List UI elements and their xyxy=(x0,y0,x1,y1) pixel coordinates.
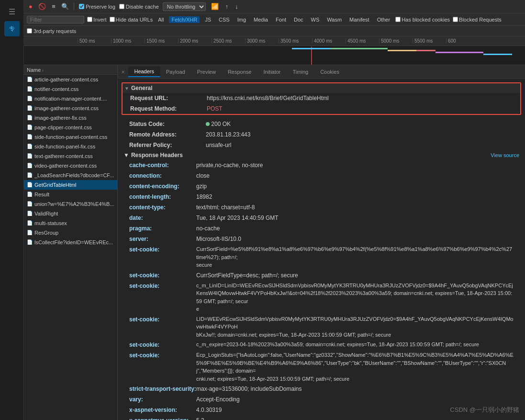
referrer-policy-key: Referrer Policy: xyxy=(129,141,206,149)
file-item-12[interactable]: 📄 Result xyxy=(24,190,117,199)
general-section-header[interactable]: ▼ General xyxy=(123,83,520,93)
tab-payload[interactable]: Payload xyxy=(160,67,191,77)
filter-media-btn[interactable]: Media xyxy=(251,16,270,23)
invert-label[interactable]: Invert xyxy=(87,17,107,23)
sidebar-icon-menu[interactable]: ☰ xyxy=(4,4,20,19)
rh-x-aspnet-key: x-aspnet-version: xyxy=(129,406,196,414)
view-source-button[interactable]: View source xyxy=(491,152,519,158)
file-name-13: union?w=%E7%A2%B3%E4%B... xyxy=(34,201,114,207)
file-item-4[interactable]: 📄 image-gatherer-fix.css xyxy=(24,113,117,123)
file-name-15: multi-statusex xyxy=(34,220,67,226)
file-item-17[interactable]: 📄 lsCollectFile?idenID=WEEvREc... xyxy=(24,238,117,247)
rh-vary-val: Accept-Encoding xyxy=(196,395,240,404)
rh-content-length-val: 18982 xyxy=(196,193,212,201)
file-item-6[interactable]: 📄 side-function-panel-content.css xyxy=(24,132,117,142)
file-item-3[interactable]: 📄 image-gatherer-content.css xyxy=(24,103,117,113)
filter-bar: Invert Hide data URLs All Fetch/XHR JS C… xyxy=(24,13,525,26)
filter-other-btn[interactable]: Other xyxy=(375,16,393,23)
tabs-bar: × Headers Payload Preview Response Initi… xyxy=(118,65,525,79)
file-icon-3: 📄 xyxy=(27,105,33,111)
request-url-value: https://kns.cnki.net/kns8/Brief/GetGridT… xyxy=(207,94,329,102)
disable-cache-checkbox[interactable]: Disable cache xyxy=(119,4,159,10)
third-party-label[interactable]: 3rd-party requests xyxy=(27,28,76,34)
tab-initiator[interactable]: Initiator xyxy=(257,67,287,77)
remote-address-key: Remote Address: xyxy=(129,130,206,139)
tick-5500: 5500 ms xyxy=(413,38,446,44)
tick-500: 500 ms xyxy=(78,38,111,44)
tick-1000: 1000 ms xyxy=(111,38,145,44)
filter-css-btn[interactable]: CSS xyxy=(216,16,232,23)
referrer-policy-value: unsafe-url xyxy=(206,141,231,149)
file-item-16[interactable]: 📄 ResGroup xyxy=(24,228,117,238)
rh-vary-key: vary: xyxy=(129,395,196,404)
timeline-content xyxy=(24,46,525,65)
preserve-log-checkbox[interactable]: Preserve log xyxy=(79,4,115,10)
throttling-select[interactable]: No throttling xyxy=(163,2,206,11)
file-item-13[interactable]: 📄 union?w=%E7%A2%B3%E4%B... xyxy=(24,199,117,209)
file-item-11[interactable]: 📄 GetGridTableHtml xyxy=(24,180,117,190)
rh-cache-control-val: private,no-cache, no-store xyxy=(196,161,263,170)
filter-fetch-xhr-btn[interactable]: Fetch/XHR xyxy=(169,16,200,23)
rh-x-aspnetmvc: x-aspnetmvc-version: 5.2 xyxy=(122,415,521,420)
filter-all-btn[interactable]: All xyxy=(156,16,166,23)
filter-font-btn[interactable]: Font xyxy=(273,16,289,23)
tab-headers[interactable]: Headers xyxy=(128,67,160,77)
devtools-main: ● 🚫 ≡ 🔍 Preserve log Disable cache No th… xyxy=(24,0,525,420)
file-icon-7: 📄 xyxy=(27,144,33,149)
tick-2500: 2500 ms xyxy=(212,38,245,44)
filter-js-btn[interactable]: JS xyxy=(202,16,213,23)
rh-sts: strict-transport-security: max-age=31536… xyxy=(122,384,521,394)
tab-cookies[interactable]: Cookies xyxy=(314,67,346,77)
rh-cache-control: cache-control: private,no-cache, no-stor… xyxy=(122,160,521,170)
file-item-15[interactable]: 📄 multi-statusex xyxy=(24,218,117,228)
rh-pragma-key: pragma: xyxy=(129,224,196,233)
has-blocked-cookies-label[interactable]: Has blocked cookies xyxy=(395,17,450,23)
file-item-14[interactable]: 📄 ValidRight xyxy=(24,209,117,218)
filter-button[interactable]: ≡ xyxy=(50,3,57,11)
filter-input[interactable] xyxy=(27,16,84,23)
search-button[interactable]: 🔍 xyxy=(61,3,69,11)
headers-content: ▼ General Request URL: https://kns.cnki.… xyxy=(118,79,525,420)
download-icon[interactable]: ↓ xyxy=(234,3,240,10)
tab-preview[interactable]: Preview xyxy=(191,67,222,77)
rh-connection-key: connection: xyxy=(129,171,196,180)
filter-wasm-btn[interactable]: Wasm xyxy=(324,16,344,23)
tick-1500: 1500 ms xyxy=(145,38,178,44)
file-item-10[interactable]: 📄 _LoadSearchFields?dbcode=CF... xyxy=(24,170,117,180)
file-item-0[interactable]: 📄 article-gatherer-content.css xyxy=(24,75,117,84)
file-item-7[interactable]: 📄 side-function-panel-fix.css xyxy=(24,142,117,151)
rh-set-cookie-2: set-cookie: CurrSortFieldType=desc; path… xyxy=(122,270,521,281)
rh-set-cookie-1-val: CurrSortField=%e5%8f%91%e8%a1%a8%e6%97%b… xyxy=(196,245,514,269)
tab-response[interactable]: Response xyxy=(222,67,258,77)
rh-connection-val: close xyxy=(196,171,210,180)
clear-button[interactable]: 🚫 xyxy=(38,3,46,11)
sidebar-icon-network[interactable]: 专 xyxy=(4,21,20,36)
hide-data-urls-label[interactable]: Hide data URLs xyxy=(110,17,153,23)
file-item-9[interactable]: 📄 video-gatherer-content.css xyxy=(24,161,117,170)
file-name-5: page-clipper-content.css xyxy=(34,125,92,130)
response-headers-header: ▼ Response Headers View source xyxy=(122,150,521,160)
file-item-2[interactable]: 📄 notification-manager-content.... xyxy=(24,94,117,103)
filter-doc-btn[interactable]: Doc xyxy=(291,16,306,23)
filter-img-btn[interactable]: Img xyxy=(235,16,248,23)
file-item-5[interactable]: 📄 page-clipper-content.css xyxy=(24,123,117,132)
tab-close-btn[interactable]: × xyxy=(120,69,126,75)
sort-arrow: ↓ xyxy=(42,68,44,72)
record-button[interactable]: ● xyxy=(27,3,34,11)
blocked-requests-label[interactable]: Blocked Requests xyxy=(453,17,502,23)
rh-set-cookie-5-val: c_m_expire=2023-04-18%2023%3a00%3a59; do… xyxy=(196,341,479,349)
rh-set-cookie-5-key: set-cookie: xyxy=(129,341,196,349)
tab-timing[interactable]: Timing xyxy=(287,67,315,77)
file-item-8[interactable]: 📄 text-gatherer-content.css xyxy=(24,151,117,161)
upload-icon[interactable]: ↑ xyxy=(224,3,230,10)
rh-pragma: pragma: no-cache xyxy=(122,223,521,234)
file-name-12: Result xyxy=(34,192,49,197)
rh-content-length-key: content-length: xyxy=(129,193,196,201)
file-name-9: video-gatherer-content.css xyxy=(34,163,97,169)
file-icon-6: 📄 xyxy=(27,134,33,139)
filter-ws-btn[interactable]: WS xyxy=(309,16,322,23)
file-item-1[interactable]: 📄 notifier-content.css xyxy=(24,84,117,94)
wifi-icon[interactable]: 📶 xyxy=(210,3,220,10)
watermark: CSDN @一只弱小的野猪 xyxy=(450,406,519,414)
filter-manifest-btn[interactable]: Manifest xyxy=(347,16,372,23)
